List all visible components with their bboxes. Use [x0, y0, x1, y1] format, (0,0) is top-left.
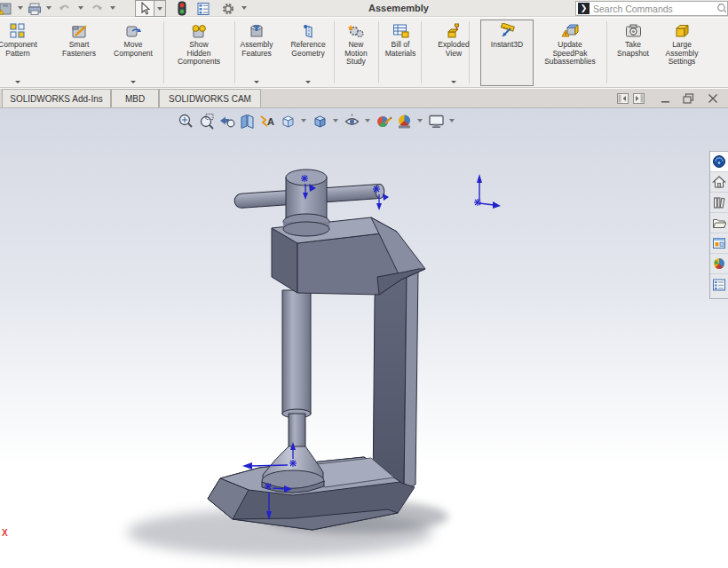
select-tool-icon[interactable] [135, 0, 154, 17]
search-commands-box[interactable]: ❯ [575, 1, 728, 16]
show-hidden-components-button[interactable]: Show Hidden Components [168, 20, 230, 86]
axis-x-label: X [2, 528, 8, 538]
c-clamp-model[interactable] [0, 108, 728, 568]
update-speedpak-icon [561, 20, 579, 39]
dropdown-caret[interactable] [15, 81, 20, 83]
design-library-icon[interactable] [710, 193, 728, 213]
search-icon [716, 3, 726, 14]
redo-dropdown-caret[interactable] [110, 6, 115, 10]
component-pattern-icon [10, 20, 26, 39]
command-manager-ribbon: Component Pattern Smart Fasteners Move C… [0, 18, 728, 88]
command-manager-tabs: SOLIDWORKS Add-Ins MBD SOLIDWORKS CAM [0, 89, 728, 108]
print-dropdown-caret[interactable] [46, 6, 51, 10]
take-snapshot-button[interactable]: Take Snapshot [607, 20, 659, 86]
undo-icon[interactable] [57, 1, 72, 16]
search-scope-icon[interactable]: ❯ [578, 3, 590, 14]
options-gear-icon[interactable] [220, 1, 235, 16]
close-icon[interactable] [706, 92, 719, 104]
window-title: Assemembly [368, 3, 429, 13]
large-assembly-settings-icon [674, 20, 691, 39]
file-explorer-icon[interactable] [710, 213, 728, 233]
restore-icon[interactable] [682, 92, 695, 104]
new-motion-study-button[interactable]: New Motion Study [335, 20, 377, 86]
update-speedpak-button[interactable]: Update SpeedPak Subassemblies [535, 20, 605, 86]
search-input[interactable] [590, 4, 716, 14]
options-dropdown-caret[interactable] [241, 6, 247, 10]
redo-icon[interactable] [89, 1, 104, 16]
properties-icon[interactable] [195, 1, 210, 16]
move-component-button[interactable]: Move Component [105, 20, 162, 86]
minimize-icon[interactable] [659, 92, 672, 104]
task-pane-strip [709, 151, 728, 299]
tab-solidworks-add-ins[interactable]: SOLIDWORKS Add-Ins [2, 89, 111, 107]
custom-properties-icon[interactable] [710, 274, 728, 295]
instant3d-icon [498, 20, 516, 39]
save-icon[interactable] [0, 1, 12, 16]
pane-collapse-left-icon[interactable] [616, 92, 629, 104]
bill-of-materials-button[interactable]: Bill of Materials [377, 20, 423, 86]
dropdown-caret[interactable] [305, 81, 311, 83]
traffic-light-icon[interactable] [174, 1, 189, 16]
smart-fasteners-button[interactable]: Smart Fasteners [53, 20, 105, 86]
title-bar: Assemembly ❯ [0, 0, 728, 17]
print-icon[interactable] [27, 1, 42, 16]
ribbon-separator [163, 21, 164, 83]
take-snapshot-icon [625, 20, 642, 39]
dropdown-caret[interactable] [131, 81, 136, 83]
undo-dropdown-caret[interactable] [78, 6, 83, 10]
new-motion-study-icon [347, 20, 365, 39]
tab-solidworks-cam[interactable]: SOLIDWORKS CAM [159, 89, 261, 107]
large-assembly-settings-button[interactable]: Large Assembly Settings [654, 20, 709, 86]
solidworks-resources-icon[interactable] [710, 172, 728, 193]
marketplace-icon[interactable] [710, 152, 728, 172]
component-pattern-button[interactable]: Component Pattern [0, 20, 48, 86]
dropdown-caret[interactable] [451, 81, 456, 83]
exploded-view-icon [446, 20, 462, 39]
c-clamp-frame [208, 217, 425, 530]
tab-mbd[interactable]: MBD [111, 89, 159, 107]
move-component-icon [125, 20, 142, 39]
save-dropdown-caret[interactable] [18, 6, 23, 10]
graphics-viewport[interactable]: A [0, 108, 728, 568]
assembly-features-button[interactable]: Assembly Features [233, 20, 281, 86]
show-hidden-components-icon [190, 20, 208, 39]
select-dropdown-caret[interactable] [154, 0, 166, 17]
solidworks-window: Assemembly ❯ Component Pattern Smart [0, 0, 728, 568]
view-palette-icon[interactable] [710, 233, 728, 254]
dropdown-caret[interactable] [254, 81, 259, 83]
appearances-scenes-decals-icon[interactable] [710, 254, 728, 274]
reference-geometry-button[interactable]: Reference Geometry [282, 20, 334, 86]
bill-of-materials-icon [392, 20, 409, 39]
reference-geometry-icon [300, 20, 316, 39]
instant3d-button[interactable]: Instant3D [482, 20, 532, 86]
smart-fasteners-icon [71, 20, 88, 39]
exploded-view-button[interactable]: Exploded View [431, 20, 477, 86]
assembly-features-icon [249, 20, 265, 39]
pane-collapse-right-icon[interactable] [632, 92, 645, 104]
